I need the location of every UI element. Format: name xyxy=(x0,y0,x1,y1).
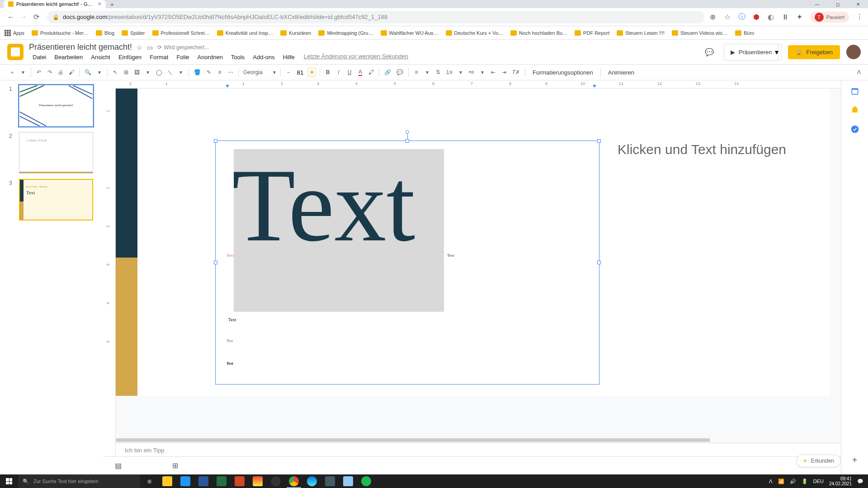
tasks-icon[interactable] xyxy=(850,125,859,134)
chrome-icon[interactable] xyxy=(285,474,303,488)
slide-canvas[interactable]: Text Text Text Text Text Text Klicken un… xyxy=(116,89,830,396)
notifications-icon[interactable]: 💬 xyxy=(857,479,863,484)
excel-icon[interactable] xyxy=(212,474,231,488)
ruler-horizontal[interactable]: 2 1 1 2 3 4 5 6 7 8 9 10 11 12 13 14 xyxy=(116,80,841,89)
edge-icon[interactable] xyxy=(303,474,321,488)
fill-color-button[interactable]: 🪣 xyxy=(192,66,203,78)
decrease-font-button[interactable]: − xyxy=(283,66,293,78)
bookmark-item[interactable]: Steuern Videos wic… xyxy=(672,30,728,36)
star-icon[interactable]: ☆ xyxy=(723,13,731,21)
font-family-select[interactable]: Georgia▾ xyxy=(241,66,278,78)
extension-icon[interactable]: ◐ xyxy=(767,13,775,21)
slide-thumbnail-1[interactable]: Präsentieren leicht gemacht! xyxy=(19,85,93,127)
app-icon[interactable] xyxy=(249,474,267,488)
clock[interactable]: 09:41 24.02.2021 xyxy=(829,476,852,486)
bold-button[interactable]: B xyxy=(323,66,333,78)
increase-indent-button[interactable]: ⇥ xyxy=(499,66,509,78)
clear-format-button[interactable]: T✗ xyxy=(510,66,522,78)
speaker-notes[interactable]: Ich bin ein Tipp xyxy=(116,443,841,456)
bulleted-dropdown[interactable]: ▾ xyxy=(477,66,487,78)
explorer-icon[interactable] xyxy=(158,474,176,488)
animate-button[interactable]: Animieren xyxy=(604,67,639,78)
move-button[interactable]: ▭ xyxy=(147,44,153,51)
decrease-indent-button[interactable]: ⇤ xyxy=(488,66,498,78)
resize-handle[interactable] xyxy=(406,139,409,143)
slide-thumbnail-3[interactable]: Erste Folie – Beispiel Text xyxy=(19,179,93,221)
undo-button[interactable]: ↶ xyxy=(34,66,44,78)
bookmark-item[interactable]: Produktsuche - Mer… xyxy=(32,30,89,36)
last-edit-link[interactable]: Letzte Änderung vor wenigen Sekunden xyxy=(304,53,408,61)
filmstrip-view-button[interactable]: ▤ xyxy=(112,459,124,473)
back-button[interactable]: ← xyxy=(5,11,17,23)
bookmark-item[interactable]: Professionell Schrei… xyxy=(152,30,210,36)
paint-format-button[interactable]: 🖌 xyxy=(66,66,76,78)
windows-search[interactable]: 🔍 Zur Suche Text hier eingeben xyxy=(18,474,140,488)
bookmark-item[interactable]: PDF Report xyxy=(575,30,609,36)
grid-view-button[interactable]: ⊞ xyxy=(170,459,181,473)
present-button[interactable]: ▶ Präsentieren xyxy=(724,44,779,61)
bookmark-item[interactable]: Mindmapping (Gru… xyxy=(318,30,373,36)
slide-thumbnail-2[interactable]: LOREM IPSUM xyxy=(19,132,93,174)
apps-button[interactable]: Apps xyxy=(5,30,24,36)
calendar-icon[interactable] xyxy=(850,87,859,96)
wifi-icon[interactable]: 📶 xyxy=(778,479,784,484)
resize-handle[interactable] xyxy=(214,139,217,143)
maximize-button[interactable]: ◻ xyxy=(827,0,848,8)
menu-folie[interactable]: Folie xyxy=(173,53,193,61)
close-tab-icon[interactable]: × xyxy=(98,1,101,7)
text-label[interactable]: Text xyxy=(226,361,233,366)
explore-button[interactable]: ✦ Erkunden xyxy=(796,455,841,467)
resize-handle[interactable] xyxy=(597,261,601,264)
new-tab-button[interactable]: + xyxy=(110,1,114,8)
bookmark-item[interactable]: Steuern Lesen !!!! xyxy=(617,30,665,36)
add-addon-button[interactable]: + xyxy=(852,455,858,465)
extensions-icon[interactable]: ✦ xyxy=(796,13,804,21)
browser-tab[interactable]: Präsentieren leicht gemacht! - G… × xyxy=(4,0,106,8)
word-icon[interactable] xyxy=(194,474,212,488)
new-slide-dropdown[interactable]: ▾ xyxy=(18,66,28,78)
profile-button[interactable]: T Pausiert xyxy=(810,12,849,23)
numbered-list-button[interactable]: 1≡ xyxy=(444,66,455,78)
line-spacing-button[interactable]: ⇅ xyxy=(433,66,443,78)
star-button[interactable]: ☆ xyxy=(137,44,142,51)
border-weight-button[interactable]: ≡ xyxy=(215,66,225,78)
bookmark-item[interactable]: Später xyxy=(122,30,145,36)
align-button[interactable]: ≡ xyxy=(411,66,421,78)
address-bar[interactable]: 🔒 docs.google.com/presentation/d/1yV372S… xyxy=(47,11,704,23)
menu-datei[interactable]: Datei xyxy=(29,53,50,61)
menu-einfuegen[interactable]: Einfügen xyxy=(115,53,145,61)
present-dropdown[interactable]: ▾ xyxy=(772,44,782,61)
border-color-button[interactable]: ✎ xyxy=(204,66,214,78)
zoom-button[interactable]: 🔍 xyxy=(82,66,94,78)
collapse-toolbar-button[interactable]: ᐱ xyxy=(857,69,861,75)
task-view-button[interactable]: ⊞ xyxy=(140,474,158,488)
bookmark-item[interactable]: Kreativität und Insp… xyxy=(217,30,273,36)
close-window-button[interactable]: ✕ xyxy=(848,0,868,8)
text-label[interactable]: Text xyxy=(228,317,236,322)
print-button[interactable]: 🖨 xyxy=(56,66,66,78)
obs-icon[interactable] xyxy=(267,474,285,488)
bulleted-list-button[interactable]: •≡ xyxy=(467,66,476,78)
slides-logo[interactable] xyxy=(7,44,24,60)
app-icon[interactable] xyxy=(321,474,339,488)
zoom-dropdown[interactable]: ▾ xyxy=(94,66,104,78)
menu-bearbeiten[interactable]: Bearbeiten xyxy=(51,53,86,61)
bookmark-item[interactable]: Deutsche Kurs + Vo… xyxy=(446,30,504,36)
menu-ansicht[interactable]: Ansicht xyxy=(87,53,114,61)
app-icon[interactable] xyxy=(176,474,194,488)
font-size-input[interactable] xyxy=(294,69,306,76)
ruler-marker-right[interactable] xyxy=(593,85,596,88)
comment-button[interactable]: 💬 xyxy=(394,66,406,78)
notepad-icon[interactable] xyxy=(339,474,357,488)
tray-chevron-icon[interactable]: ᐱ xyxy=(769,479,773,484)
chrome-menu-icon[interactable]: ⋮ xyxy=(855,13,863,21)
redo-button[interactable]: ↷ xyxy=(45,66,55,78)
align-dropdown[interactable]: ▾ xyxy=(422,66,432,78)
text-label[interactable]: Text xyxy=(226,253,234,258)
spotify-icon[interactable] xyxy=(357,474,375,488)
powerpoint-icon[interactable] xyxy=(231,474,249,488)
new-slide-button[interactable]: ＋ xyxy=(7,66,17,78)
volume-icon[interactable]: 🔊 xyxy=(790,479,796,484)
shape-tool[interactable]: ◯ xyxy=(154,66,164,78)
selected-text-frame[interactable]: Text Text Text Text Text Text xyxy=(215,141,599,385)
